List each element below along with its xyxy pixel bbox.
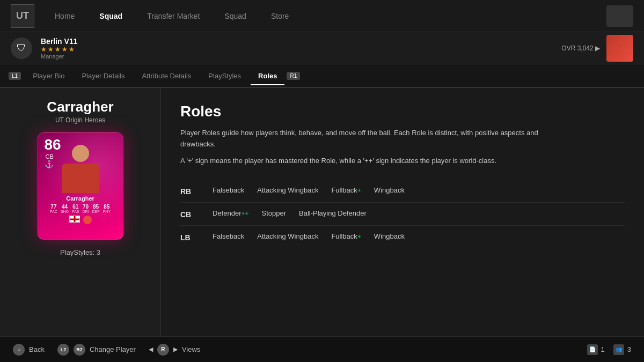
fullback-lb-modifier: + bbox=[357, 233, 361, 240]
player-head bbox=[72, 145, 89, 162]
views-button[interactable]: ◀ R ▶ Views bbox=[149, 344, 200, 356]
player-card: 86 CB ⚓ Carragher 77 PAC 44 SHO 61 bbox=[38, 132, 123, 240]
team-role: Manager bbox=[41, 53, 77, 60]
card-flags bbox=[69, 216, 92, 224]
roles-row-cb: CB Defender++ Stopper Ball-Playing Defen… bbox=[180, 203, 625, 226]
player-body bbox=[62, 164, 99, 193]
roles-table: RB Falseback Attacking Wingback Fullback… bbox=[180, 180, 625, 248]
right-panel: Roles Player Roles guide how players thi… bbox=[161, 88, 644, 336]
team-stars: ★★★★★ bbox=[41, 46, 77, 53]
england-flag bbox=[69, 216, 80, 223]
card-stat-sho: 44 SHO bbox=[61, 204, 69, 213]
card-player-name: Carragher bbox=[66, 195, 94, 202]
role-attacking-wingback-lb: Attacking Wingback bbox=[257, 232, 318, 240]
tab-attribute-details[interactable]: Attribute Details bbox=[135, 68, 199, 85]
page-counter: 📄 1 bbox=[587, 344, 605, 355]
page-count: 1 bbox=[601, 345, 605, 353]
card-position: CB bbox=[46, 153, 54, 160]
card-stat-phy: 85 PHY bbox=[103, 204, 111, 213]
nav-squad2[interactable]: Squad bbox=[220, 10, 250, 23]
tab-player-details[interactable]: Player Details bbox=[74, 68, 132, 85]
defender-cb-modifier: ++ bbox=[241, 210, 248, 217]
role-items-cb: Defender++ Stopper Ball-Playing Defender bbox=[213, 209, 625, 217]
arrow-left-icon: ◀ bbox=[149, 346, 153, 353]
role-position-lb: LB bbox=[180, 232, 213, 242]
change-player-button[interactable]: L2 R2 Change Player bbox=[57, 344, 136, 356]
nav-profile-area bbox=[606, 5, 633, 27]
r2-badge: R2 bbox=[74, 344, 85, 356]
roles-description: Player Roles guide how players think, be… bbox=[180, 128, 567, 150]
club-badge bbox=[83, 216, 92, 224]
player-counter: 👥 3 bbox=[613, 344, 631, 355]
l1-badge: L1 bbox=[9, 72, 21, 80]
bottom-bar: ○ Back L2 R2 Change Player ◀ R ▶ Views 📄… bbox=[0, 336, 644, 362]
nav-home[interactable]: Home bbox=[50, 10, 79, 23]
views-label: Views bbox=[182, 345, 200, 353]
r-badge: R bbox=[157, 344, 169, 356]
playstyles-count: PlayStyles: 3 bbox=[60, 248, 100, 256]
card-stat-def: 85 DEF bbox=[92, 204, 100, 213]
card-stats-row: 77 PAC 44 SHO 61 PAS 70 DRI 85 DEF bbox=[50, 204, 111, 213]
main-content: Carragher UT Origin Heroes 86 CB ⚓ Carra… bbox=[0, 88, 644, 336]
l2-badge: L2 bbox=[57, 344, 69, 356]
circle-icon: ○ bbox=[13, 344, 25, 356]
fullback-rb-modifier: + bbox=[357, 187, 361, 194]
role-position-cb: CB bbox=[180, 209, 213, 219]
role-fullback-lb: Fullback+ bbox=[331, 232, 361, 240]
team-name: Berlin V11 bbox=[41, 37, 77, 46]
r1-badge: R1 bbox=[287, 72, 300, 80]
back-label: Back bbox=[29, 345, 45, 353]
bottom-right: 📄 1 👥 3 bbox=[587, 344, 631, 355]
role-items-lb: Falseback Attacking Wingback Fullback+ W… bbox=[213, 232, 625, 240]
card-stat-pac: 77 PAC bbox=[50, 204, 57, 213]
role-defender-cb: Defender++ bbox=[213, 209, 249, 217]
player-count: 3 bbox=[627, 345, 631, 353]
team-info: Berlin V11 ★★★★★ Manager bbox=[41, 37, 77, 60]
page-icon: 📄 bbox=[587, 344, 598, 355]
role-fullback-rb: Fullback+ bbox=[331, 186, 361, 194]
roles-row-lb: LB Falseback Attacking Wingback Fullback… bbox=[180, 226, 625, 248]
left-panel: Carragher UT Origin Heroes 86 CB ⚓ Carra… bbox=[0, 88, 161, 336]
team-icon: 🛡 bbox=[11, 38, 32, 59]
tabs-bar: L1 Player Bio Player Details Attribute D… bbox=[0, 64, 644, 88]
team-rating: OVR 3,042 ▶ bbox=[561, 45, 600, 52]
roles-title: Roles bbox=[180, 103, 625, 120]
nav-logo: UT bbox=[11, 4, 34, 28]
roles-row-rb: RB Falseback Attacking Wingback Fullback… bbox=[180, 180, 625, 203]
arrow-right-icon: ▶ bbox=[173, 346, 178, 353]
nav-store[interactable]: Store bbox=[267, 10, 293, 23]
card-stat-pas: 61 PAS bbox=[72, 204, 79, 213]
role-wingback-lb: Wingback bbox=[374, 232, 405, 240]
role-falseback-rb: Falseback bbox=[213, 186, 244, 194]
change-player-label: Change Player bbox=[90, 345, 136, 353]
player-subtitle: UT Origin Heroes bbox=[55, 116, 105, 124]
nav-squad[interactable]: Squad bbox=[95, 10, 127, 23]
role-stopper-cb: Stopper bbox=[262, 209, 287, 217]
role-position-rb: RB bbox=[180, 186, 213, 196]
card-stat-dri: 70 DRI bbox=[83, 204, 89, 213]
card-player-figure bbox=[54, 145, 107, 193]
role-ball-playing-defender-cb: Ball-Playing Defender bbox=[299, 209, 367, 217]
tab-playstyles[interactable]: PlayStyles bbox=[201, 68, 248, 85]
tab-player-bio[interactable]: Player Bio bbox=[25, 68, 72, 85]
tab-roles[interactable]: Roles bbox=[251, 68, 284, 85]
player-thumbnail bbox=[606, 35, 633, 62]
role-wingback-rb: Wingback bbox=[374, 186, 405, 194]
top-nav: UT Home Squad Transfer Market Squad Stor… bbox=[0, 0, 644, 32]
roles-description2: A '+' sign means the player has mastered… bbox=[180, 157, 625, 165]
player-name-large: Carragher bbox=[47, 99, 113, 115]
role-falseback-lb: Falseback bbox=[213, 232, 244, 240]
role-items-rb: Falseback Attacking Wingback Fullback+ W… bbox=[213, 186, 625, 194]
back-button[interactable]: ○ Back bbox=[13, 344, 45, 356]
nav-transfer[interactable]: Transfer Market bbox=[143, 10, 204, 23]
team-bar-right: OVR 3,042 ▶ bbox=[561, 35, 633, 62]
players-icon: 👥 bbox=[613, 344, 624, 355]
role-attacking-wingback-rb: Attacking Wingback bbox=[257, 186, 318, 194]
team-bar: 🛡 Berlin V11 ★★★★★ Manager OVR 3,042 ▶ bbox=[0, 32, 644, 64]
card-icon: ⚓ bbox=[45, 160, 54, 168]
